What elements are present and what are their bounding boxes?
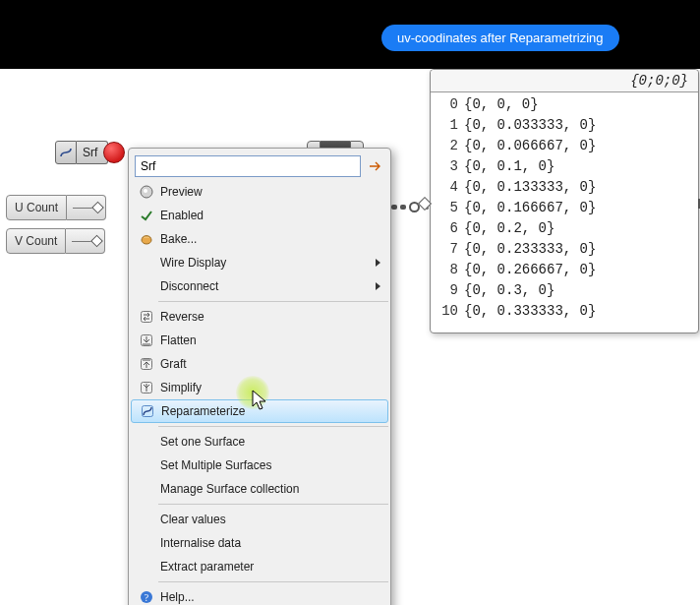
panel-value: {0, 0.1, 0}: [464, 156, 690, 177]
blank-icon: [135, 455, 158, 475]
panel-row: 8{0, 0.266667, 0}: [431, 260, 698, 280]
menu-label: Graft: [158, 357, 384, 371]
menu-separator: [158, 504, 388, 505]
panel-value: {0, 0.066667, 0}: [464, 136, 690, 156]
chevron-right-icon: [376, 282, 380, 290]
menu-reverse[interactable]: Reverse: [129, 305, 390, 329]
panel-value: {0, 0.133333, 0}: [464, 177, 690, 198]
blank-icon: [135, 479, 158, 499]
menu-label: Set Multiple Surfaces: [158, 458, 384, 472]
panel-row: 10{0, 0.333333, 0}: [431, 301, 698, 322]
bake-icon: [135, 229, 158, 249]
panel-value: {0, 0.033333, 0}: [464, 115, 690, 136]
panel-index: 6: [438, 218, 464, 239]
panel-path-label: {0;0;0}: [431, 70, 698, 92]
menu-graft[interactable]: Graft: [129, 352, 390, 376]
panel-row: 4{0, 0.133333, 0}: [431, 177, 698, 198]
menu-reparameterize[interactable]: Reparameterize: [131, 399, 388, 423]
v-count-slider[interactable]: V Count: [6, 228, 105, 254]
menu-label: Preview: [158, 185, 384, 199]
menu-separator: [158, 301, 388, 302]
menu-label: Set one Surface: [158, 435, 384, 449]
panel-row: 2{0, 0.066667, 0}: [431, 136, 698, 156]
u-count-label: U Count: [6, 195, 67, 220]
menu-clear-values[interactable]: Clear values: [129, 508, 390, 531]
panel-row: 7{0, 0.233333, 0}: [431, 239, 698, 260]
panel-value: {0, 0.233333, 0}: [464, 239, 690, 260]
data-panel[interactable]: {0;0;0} 0{0, 0, 0} 1{0, 0.033333, 0} 2{0…: [430, 69, 699, 333]
menu-enabled[interactable]: Enabled: [129, 204, 390, 227]
menu-wire-display[interactable]: Wire Display: [129, 251, 390, 274]
panel-index: 8: [438, 260, 464, 280]
menu-separator: [158, 581, 388, 582]
menu-label: Disconnect: [158, 279, 376, 293]
panel-value: {0, 0.3, 0}: [464, 280, 690, 301]
blank-icon: [135, 510, 158, 529]
menu-set-one-surface[interactable]: Set one Surface: [129, 430, 390, 454]
reparameterize-icon: [55, 141, 77, 164]
canvas-area: Srf U Count V Count S P: [0, 69, 700, 605]
menu-internalise-data[interactable]: Internalise data: [129, 531, 390, 555]
menu-disconnect[interactable]: Disconnect: [129, 274, 390, 298]
context-search-input[interactable]: [135, 155, 361, 177]
menu-label: Internalise data: [158, 536, 384, 550]
panel-value: {0, 0.2, 0}: [464, 218, 690, 239]
menu-label: Help...: [158, 590, 384, 604]
panel-row: 3{0, 0.1, 0}: [431, 156, 698, 177]
menu-label: Simplify: [158, 381, 384, 394]
menu-help[interactable]: ? Help...: [129, 585, 390, 605]
panel-value: {0, 0.266667, 0}: [464, 260, 690, 280]
menu-label: Wire Display: [158, 256, 376, 270]
chevron-right-icon: [376, 259, 380, 267]
menu-preview[interactable]: Preview: [129, 180, 390, 204]
panel-row: 6{0, 0.2, 0}: [431, 218, 698, 239]
menu-label: Enabled: [158, 209, 384, 222]
menu-label: Flatten: [158, 333, 384, 347]
callout-label: uv-coodinates after Reparametrizing: [381, 25, 619, 51]
flatten-icon: [135, 331, 158, 350]
panel-value: {0, 0, 0}: [464, 94, 690, 115]
panel-index: 9: [438, 280, 464, 301]
blank-icon: [135, 557, 158, 576]
panel-index: 2: [438, 136, 464, 156]
srf-component[interactable]: Srf: [55, 141, 108, 164]
panel-row: 0{0, 0, 0}: [431, 94, 698, 115]
menu-extract-parameter[interactable]: Extract parameter: [129, 555, 390, 578]
v-count-label: V Count: [6, 228, 66, 254]
menu-label: Manage Surface collection: [158, 482, 384, 496]
error-balloon-icon[interactable]: [103, 142, 125, 163]
menu-label: Reparameterize: [159, 404, 383, 418]
menu-set-multiple-surfaces[interactable]: Set Multiple Surfaces: [129, 454, 390, 477]
blank-icon: [135, 253, 158, 272]
enabled-icon: [135, 206, 158, 225]
menu-bake[interactable]: Bake...: [129, 227, 390, 251]
simplify-icon: [135, 378, 158, 397]
menu-label: Reverse: [158, 310, 384, 324]
reparameterize-icon: [136, 401, 159, 421]
panel-index: 7: [438, 239, 464, 260]
menu-label: Extract parameter: [158, 560, 384, 574]
u-count-slider[interactable]: U Count: [6, 195, 106, 220]
reverse-icon: [135, 307, 158, 327]
panel-index: 0: [438, 94, 464, 115]
search-append-icon[interactable]: [365, 156, 384, 176]
panel-body: 0{0, 0, 0} 1{0, 0.033333, 0} 2{0, 0.0666…: [431, 92, 698, 324]
graft-icon: [135, 354, 158, 374]
blank-icon: [135, 533, 158, 553]
panel-value: {0, 0.166667, 0}: [464, 198, 690, 218]
svg-text:?: ?: [145, 592, 149, 603]
panel-index: 4: [438, 177, 464, 198]
menu-label: Clear values: [158, 513, 384, 526]
menu-manage-surface-collection[interactable]: Manage Surface collection: [129, 477, 390, 501]
menu-label: Bake...: [158, 232, 384, 246]
slider-track[interactable]: [66, 228, 105, 254]
blank-icon: [135, 432, 158, 452]
context-menu: Preview Enabled Bake... Wire Display Dis…: [128, 148, 391, 605]
slider-track[interactable]: [67, 195, 106, 220]
panel-row: 1{0, 0.033333, 0}: [431, 115, 698, 136]
menu-flatten[interactable]: Flatten: [129, 329, 390, 352]
blank-icon: [135, 276, 158, 296]
panel-value: {0, 0.333333, 0}: [464, 301, 690, 322]
menu-simplify[interactable]: Simplify: [129, 376, 390, 399]
preview-icon: [135, 182, 158, 202]
